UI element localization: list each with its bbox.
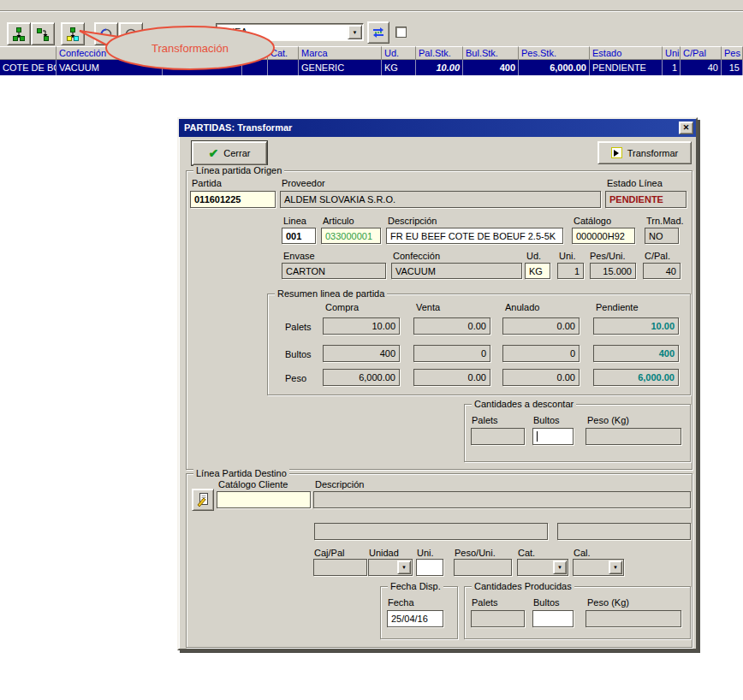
grid-cell-10[interactable]: PENDIENTE (590, 60, 663, 75)
chevron-down-icon[interactable]: ▼ (553, 561, 567, 574)
exchange-arrows-button[interactable] (367, 21, 389, 44)
chevron-down-icon[interactable]: ▼ (348, 25, 362, 39)
grid-header-uni[interactable]: Uni. (663, 46, 681, 60)
producidas-bultos-input[interactable] (532, 610, 574, 627)
proveedor-label: Proveedor (282, 178, 325, 188)
ud-field[interactable]: KG (525, 263, 550, 279)
grid-header-ud[interactable]: Ud. (382, 46, 416, 60)
split-down-icon (12, 27, 26, 41)
grid-header-bulstk[interactable]: Bul.Stk. (463, 46, 519, 60)
resumen-bultos-venta: 0 (413, 345, 490, 362)
descripcion-destino-field (313, 491, 691, 508)
grid-header-estado[interactable]: Estado (590, 46, 663, 60)
resumen-header-venta: Venta (416, 302, 440, 312)
fecha-disp-legend: Fecha Disp. (388, 581, 443, 591)
dropdown-glyph: ▼ (557, 565, 562, 570)
grid-cell-6[interactable]: KG (382, 60, 416, 75)
ud-label: Ud. (526, 251, 541, 261)
dropdown-glyph: ▼ (613, 565, 618, 570)
close-icon[interactable]: ✕ (679, 122, 693, 134)
proveedor-field: ALDEM SLOVAKIA S.R.O. (280, 191, 601, 208)
resumen-peso-compra: 6,000.00 (323, 369, 400, 386)
trnmad-field: NO (645, 228, 679, 244)
toolbar-checkbox[interactable] (395, 27, 407, 38)
resumen-header-pendiente: Pendiente (596, 302, 639, 312)
grid-cell-9[interactable]: 6,000.00 (519, 60, 590, 75)
grid-header-pes[interactable]: Pes (722, 46, 743, 60)
select-article-button[interactable] (192, 489, 214, 511)
descontar-peso-input[interactable] (585, 428, 681, 445)
grid-header-palstk[interactable]: Pal.Stk. (416, 46, 463, 60)
resumen-legend: Resumen linea de partida (275, 288, 387, 299)
grid-cell-8[interactable]: 400 (463, 60, 519, 75)
cal-label: Cal. (574, 548, 591, 558)
resumen-peso-anulado: 0.00 (502, 369, 580, 386)
grid-cell-13[interactable]: 15 (722, 60, 743, 75)
descripcion-origen-label: Descripción (388, 216, 437, 226)
fecha-disp-group: Fecha Disp. Fecha 25/04/16 (380, 586, 458, 639)
grid-cell-7[interactable]: 10.00 (416, 60, 463, 75)
cajpal-input[interactable] (313, 559, 367, 576)
dropdown-glyph: ▼ (401, 565, 407, 570)
descripcion-origen-field[interactable]: FR EU BEEF COTE DE BOEUF 2.5-5K (386, 228, 563, 244)
articulo-field[interactable]: 033000001 (321, 228, 381, 244)
split-line-button[interactable] (7, 22, 31, 45)
grid-header-marca[interactable]: Marca (299, 46, 382, 60)
resumen-peso-venta: 0.00 (413, 369, 490, 386)
descontar-legend: Cantidades a descontar (472, 399, 576, 409)
producidas-legend: Cantidades Producidas (472, 581, 574, 591)
resumen-header-compra: Compra (325, 302, 359, 312)
grid-cell-12[interactable]: 40 (681, 60, 722, 75)
pesuni-field: 15.000 (590, 263, 636, 279)
partidas-transformar-dialog: PARTIDAS: Transformar ✕ ✔ Cerrar Transfo… (177, 117, 698, 650)
resumen-header-anulado: Anulado (505, 302, 539, 312)
envase-field: CARTON (282, 263, 386, 279)
resumen-bultos-compra: 400 (323, 345, 400, 362)
application-window: LINEA ▼ ConfecciónCal.Cat.MarcaUd.Pal.St… (0, 0, 743, 700)
cat-label: Cat. (518, 548, 535, 558)
descontar-bultos-input[interactable] (532, 428, 574, 445)
resumen-palets-compra: 10.00 (323, 317, 400, 335)
catalogo-cliente-input[interactable] (217, 491, 311, 508)
partida-field[interactable]: 011601225 (190, 191, 276, 208)
resumen-bultos-anulado: 0 (502, 345, 580, 362)
resumen-palets-anulado: 0.00 (502, 317, 580, 335)
catalogo-field[interactable]: 000000H92 (572, 228, 635, 244)
confeccion-label: Confección (393, 251, 440, 261)
transformar-button[interactable]: Transformar (597, 141, 692, 164)
cat-combobox[interactable]: ▼ (517, 559, 568, 576)
cerrar-button[interactable]: ✔ Cerrar (192, 141, 267, 165)
grid-cell-5[interactable]: GENERIC (299, 60, 382, 75)
cal-combobox[interactable]: ▼ (573, 559, 624, 576)
resumen-bultos-pendiente: 400 (593, 345, 679, 362)
pesouni-input[interactable] (454, 559, 512, 576)
envase-label: Envase (283, 251, 315, 261)
destino-extra-field-2 (557, 523, 691, 540)
estado-linea-label: Estado Línea (607, 178, 663, 188)
grid-cell-11[interactable]: 1 (663, 60, 681, 75)
resumen-row-label-palets: Palets (285, 322, 312, 332)
dialog-titlebar[interactable]: PARTIDAS: Transformar ✕ (179, 119, 696, 137)
destino-legend: Línea Partida Destino (193, 468, 289, 478)
producidas-peso-input[interactable] (585, 610, 681, 627)
unidad-combobox[interactable]: ▼ (368, 559, 413, 576)
descontar-palets-input[interactable] (471, 428, 525, 445)
descontar-bultos-label: Bultos (533, 415, 560, 425)
uni-destino-input[interactable] (416, 559, 443, 576)
producidas-palets-input[interactable] (471, 610, 525, 627)
grid-header-cpal[interactable]: C/Pal (681, 46, 722, 60)
chevron-down-icon[interactable]: ▼ (397, 561, 411, 574)
grid-header-pesstk[interactable]: Pes.Stk. (519, 46, 590, 60)
estado-linea-field: PENDIENTE (605, 191, 687, 208)
producidas-palets-label: Palets (472, 597, 498, 608)
fecha-input[interactable]: 25/04/16 (387, 610, 443, 627)
pesuni-label: Pes/Uni. (590, 251, 626, 261)
linea-label: Linea (283, 216, 306, 226)
linea-field[interactable]: 001 (282, 228, 316, 244)
chevron-down-icon[interactable]: ▼ (609, 561, 622, 574)
catalogo-label: Catálogo (574, 216, 611, 226)
resumen-palets-venta: 0.00 (413, 317, 490, 335)
producidas-group: Cantidades Producidas Palets Bultos Peso… (464, 586, 691, 639)
pesouni-label: Peso/Uni. (455, 548, 496, 558)
resumen-group: Resumen linea de partida CompraVentaAnul… (267, 294, 691, 395)
